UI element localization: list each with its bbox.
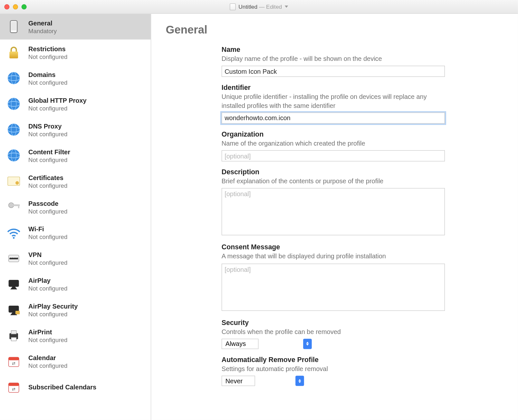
sidebar-item-general[interactable]: General Mandatory [0,14,151,40]
sidebar-item-title: General [28,19,57,26]
sidebar-item-sub: Not configured [28,285,67,291]
globe-gear-icon [5,95,22,112]
sidebar-item-title: AirPlay Security [28,302,78,310]
globe-icon [5,70,22,87]
device-icon [5,18,22,35]
sidebar-item-content-filter[interactable]: Content Filter Not configured [0,143,151,168]
printer-icon [5,327,22,344]
sidebar-item-airplay[interactable]: AirPlay Not configured [0,271,151,297]
sidebar-item-sub: Mandatory [28,27,57,34]
sidebar-item-airprint[interactable]: AirPrint Not configured [0,323,151,348]
security-value: Always [225,340,246,348]
description-help: Brief explanation of the contents or pur… [222,177,445,186]
stepper-arrows-icon [303,339,312,349]
minimize-window-button[interactable] [13,4,18,9]
airplay-lock-icon [5,301,22,319]
autoremove-value: Never [225,377,243,385]
svg-point-20 [13,237,14,239]
sidebar-item-title: DNS Proxy [28,122,67,129]
svg-rect-30 [11,338,16,341]
page-title: General [166,23,504,36]
svg-point-9 [8,124,20,136]
identifier-input[interactable] [222,112,445,124]
sidebar-item-title: Calendar [28,354,67,361]
sidebar-item-sub: Not configured [28,208,67,215]
zoom-window-button[interactable] [22,4,27,9]
organization-label: Organization [222,130,445,138]
svg-rect-22 [9,258,18,259]
airplay-icon [5,276,22,293]
sidebar-item-domains[interactable]: Domains Not configured [0,65,151,91]
title-menu-chevron-icon[interactable] [284,5,288,8]
consent-label: Consent Message [222,243,445,251]
sidebar-item-title: Restrictions [28,45,67,52]
wifi-icon [5,224,22,241]
name-help: Display name of the profile - will be sh… [222,54,445,63]
svg-rect-2 [9,52,18,58]
sidebar-item-sub: Not configured [28,233,67,240]
sidebar-item-title: Wi-Fi [28,225,67,233]
sidebar-item-sub: Not configured [28,53,67,60]
sidebar-item-calendar[interactable]: ⇄ Calendar Not configured [0,348,151,374]
close-window-button[interactable] [4,4,9,9]
sidebar-item-passcode[interactable]: Passcode Not configured [0,194,151,220]
identifier-help: Unique profile identifier - installing t… [222,92,445,110]
window-titlebar: Untitled — Edited [0,0,518,14]
description-label: Description [222,168,445,176]
consent-textarea[interactable] [222,263,445,311]
content-pane: General Name Display name of the profile… [151,14,518,420]
sidebar-item-restrictions[interactable]: Restrictions Not configured [0,40,151,65]
sidebar-item-title: Subscribed Calendars [28,383,96,391]
sidebar-item-sub: Not configured [28,336,67,343]
sidebar-item-sub: Not configured [28,79,67,86]
name-input[interactable] [222,66,445,77]
sidebar-item-sub: Not configured [28,182,67,189]
identifier-label: Identifier [222,84,445,91]
sidebar-item-title: AirPrint [28,328,67,336]
autoremove-select[interactable]: Never [222,376,304,386]
globe-filter-icon [5,147,22,164]
sidebar-item-certificates[interactable]: Certificates Not configured [0,168,151,194]
name-label: Name [222,46,445,54]
payload-sidebar[interactable]: General Mandatory Restrictions Not confi… [0,14,151,420]
svg-rect-35 [9,383,19,386]
security-select[interactable]: Always [222,339,312,349]
security-help: Controls when the profile can be removed [222,327,445,336]
svg-point-6 [8,98,20,110]
vpn-icon [5,250,22,267]
sidebar-item-sub: Not configured [28,156,70,163]
sidebar-item-title: Domains [28,71,67,78]
description-textarea[interactable] [222,188,445,235]
svg-text:⇄: ⇄ [12,387,15,392]
autoremove-label: Automatically Remove Profile [222,356,445,364]
organization-help: Name of the organization which created t… [222,139,445,148]
sidebar-item-subscribed-calendars[interactable]: ⇄ Subscribed Calendars [0,374,151,400]
sidebar-item-sub: Not configured [28,105,87,111]
sidebar-item-sub: Not configured [28,310,78,317]
security-label: Security [222,319,445,327]
sidebar-item-global-http-proxy[interactable]: Global HTTP Proxy Not configured [0,91,151,117]
sidebar-item-sub: Not configured [28,362,67,369]
svg-rect-19 [18,206,19,208]
window-title: Untitled — Edited [238,4,282,10]
sidebar-item-title: VPN [28,251,67,258]
sidebar-item-title: Global HTTP Proxy [28,96,87,104]
svg-rect-1 [11,22,16,31]
sidebar-item-airplay-security[interactable]: AirPlay Security Not configured [0,297,151,323]
sidebar-item-title: Passcode [28,199,67,207]
svg-rect-29 [11,330,16,334]
sidebar-item-sub: Not configured [28,130,67,137]
sidebar-item-dns-proxy[interactable]: DNS Proxy Not configured [0,117,151,143]
organization-input[interactable] [222,150,445,162]
sidebar-item-title: Content Filter [28,148,70,155]
certificate-icon [5,173,22,190]
calendar-icon: ⇄ [5,353,22,370]
svg-point-16 [15,181,19,185]
calendar-sub-icon: ⇄ [5,379,22,396]
sidebar-item-title: AirPlay [28,277,67,284]
svg-rect-32 [9,357,19,360]
svg-rect-27 [15,311,20,314]
sidebar-item-wi-fi[interactable]: Wi-Fi Not configured [0,220,151,245]
sidebar-item-vpn[interactable]: VPN Not configured [0,245,151,271]
globe-wrench-icon [5,121,22,138]
